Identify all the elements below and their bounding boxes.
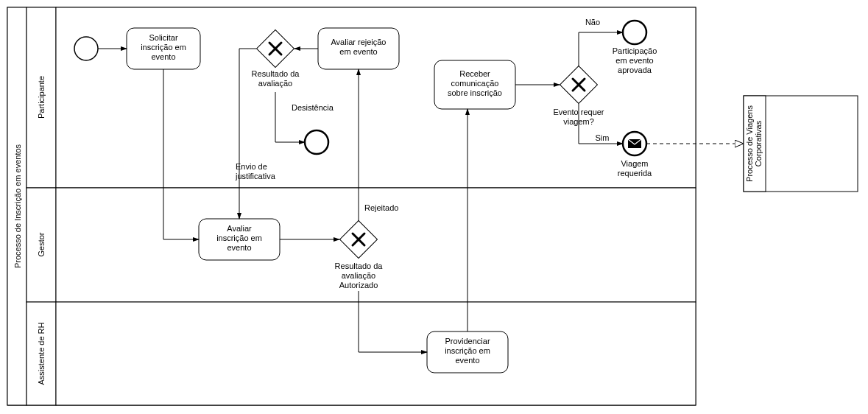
edge-label-nao: Não	[585, 18, 600, 27]
svg-point-8	[74, 37, 98, 60]
svg-point-12	[305, 130, 328, 154]
gateway1-label-line1: Resultado da	[252, 69, 300, 78]
edge-label-envio-line2: justificativa	[235, 172, 276, 180]
gateway2-label-autorizado: Autorizado	[339, 281, 378, 290]
pool-label: Processo de Inscrição em eventos	[13, 144, 22, 268]
lane-assistente-rh: Assistente de RH	[27, 302, 696, 405]
edge-label-envio-line1: Envio de	[236, 162, 267, 171]
task-avaliar-insc-line2: inscrição em	[216, 234, 262, 242]
gateway2-label-line1: Resultado da	[335, 262, 384, 270]
task-providenciar-line2: inscrição em	[445, 346, 490, 355]
task-receber-line3: sobre inscrição	[448, 88, 502, 97]
end-trip-line2: requerida	[618, 169, 652, 178]
task-providenciar: Providenciar inscrição em evento	[427, 331, 508, 373]
end-approved-line1: Participação	[613, 46, 657, 55]
task-receber-line2: comunicação	[451, 79, 499, 88]
gateway1-label-line2: avaliação	[258, 79, 292, 88]
lane-label-gestor: Gestor	[37, 232, 46, 256]
lane-label-participante: Participante	[37, 76, 46, 119]
task-avaliar-inscricao: Avaliar inscrição em evento	[199, 219, 280, 260]
gateway2-label-line2: avaliação	[342, 271, 375, 280]
task-solicitar: Solicitar inscrição em evento	[127, 28, 200, 69]
end-trip-line1: Viagem	[621, 159, 648, 168]
task-providenciar-line1: Providenciar	[445, 337, 490, 345]
task-avaliar-rejeicao-line2: em evento	[339, 47, 377, 56]
edge-label-rejeitado: Rejeitado	[364, 203, 398, 212]
svg-rect-7	[56, 302, 696, 405]
task-receber-line1: Receber	[459, 69, 490, 78]
end-approved-line2: em evento	[615, 56, 653, 65]
lane-label-assistente: Assistente de RH	[37, 322, 46, 385]
task-avaliar-insc-line3: evento	[227, 243, 251, 252]
task-avaliar-rejeicao-line1: Avaliar rejeição	[331, 38, 386, 46]
start-event	[74, 37, 98, 60]
task-avaliar-insc-line1: Avaliar	[227, 224, 252, 233]
svg-point-15	[623, 21, 646, 44]
task-solicitar-line3: evento	[151, 52, 175, 61]
end-approved-line3: aprovada	[618, 66, 652, 74]
edge-label-desistencia: Desistência	[292, 103, 334, 112]
external-pool-label-line1: Processo de Viagens	[745, 105, 754, 182]
external-pool-label-line2: Corporativas	[754, 120, 763, 166]
task-receber-comunicacao: Receber comunicação sobre inscrição	[434, 60, 515, 109]
task-solicitar-line2: inscrição em	[141, 43, 186, 52]
external-pool-viagens: Processo de Viagens Corporativas	[744, 96, 858, 192]
edge-label-sim: Sim	[596, 133, 610, 142]
task-avaliar-rejeicao: Avaliar rejeição em evento	[318, 28, 399, 69]
end-event-desistencia	[305, 130, 328, 154]
task-solicitar-line1: Solicitar	[149, 33, 177, 42]
task-providenciar-line3: evento	[455, 356, 479, 365]
